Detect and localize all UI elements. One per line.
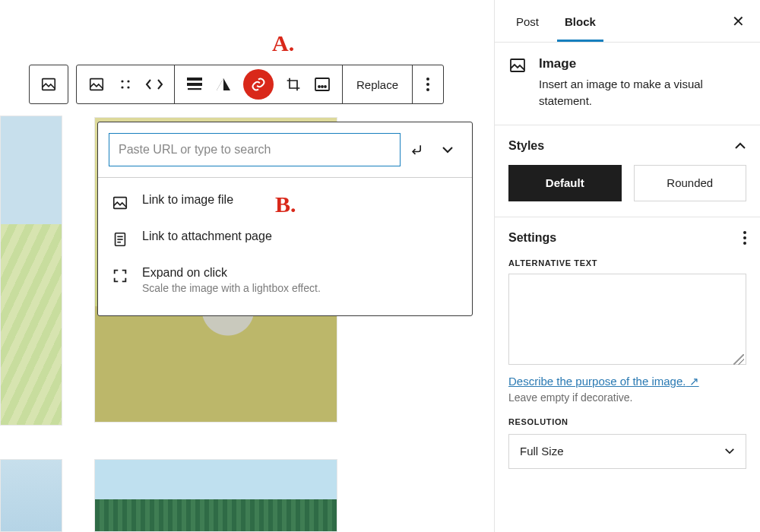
close-sidebar-button[interactable]: ✕ bbox=[732, 14, 745, 29]
link-option-expand[interactable]: Expand on click Scale the image with a l… bbox=[109, 257, 461, 303]
option-label: Expand on click bbox=[142, 266, 321, 280]
gallery-image[interactable] bbox=[0, 116, 62, 426]
styles-heading: Styles bbox=[508, 139, 544, 153]
settings-more-button[interactable] bbox=[743, 231, 746, 245]
replace-button[interactable]: Replace bbox=[343, 65, 413, 103]
caption-icon bbox=[315, 78, 330, 91]
duotone-icon bbox=[215, 77, 232, 92]
kebab-icon bbox=[743, 231, 746, 245]
svg-rect-1 bbox=[90, 79, 103, 90]
resolution-select[interactable]: Full Size bbox=[508, 434, 746, 469]
svg-point-4 bbox=[127, 80, 129, 82]
block-toolbar: Replace bbox=[29, 65, 444, 104]
crop-button[interactable] bbox=[284, 75, 302, 93]
crop-icon bbox=[286, 77, 301, 92]
link-options-toggle[interactable] bbox=[434, 136, 461, 163]
more-options-button[interactable] bbox=[413, 65, 443, 103]
svg-point-12 bbox=[325, 86, 326, 87]
svg-rect-6 bbox=[187, 78, 202, 81]
image-icon bbox=[112, 195, 130, 211]
chevron-down-icon bbox=[442, 146, 454, 154]
image-icon bbox=[40, 76, 57, 93]
duotone-button[interactable] bbox=[214, 75, 233, 93]
drag-handle[interactable] bbox=[116, 75, 135, 93]
block-description: Insert an image to make a visual stateme… bbox=[539, 76, 746, 109]
gallery-image[interactable] bbox=[94, 459, 337, 532]
chevron-down-icon bbox=[724, 448, 735, 454]
block-summary-panel: Image Insert an image to make a visual s… bbox=[495, 43, 760, 125]
alt-text-input[interactable] bbox=[508, 274, 746, 365]
chevron-up-icon bbox=[734, 142, 746, 150]
annotation-a: A. bbox=[272, 30, 294, 56]
drag-icon bbox=[119, 78, 131, 90]
kebab-icon bbox=[426, 78, 429, 91]
alt-text-hint: Leave empty if decorative. bbox=[508, 391, 746, 404]
svg-point-3 bbox=[121, 86, 123, 88]
tab-post[interactable]: Post bbox=[508, 2, 546, 41]
svg-point-15 bbox=[426, 88, 429, 91]
link-url-input[interactable] bbox=[109, 133, 401, 166]
link-option-attachment[interactable]: Link to attachment page bbox=[109, 220, 461, 257]
fullscreen-icon bbox=[112, 268, 130, 284]
svg-point-14 bbox=[426, 83, 429, 86]
svg-rect-16 bbox=[114, 198, 127, 209]
svg-rect-0 bbox=[43, 79, 55, 90]
option-sub: Scale the image with a lightbox effect. bbox=[142, 282, 321, 294]
option-label: Link to attachment page bbox=[142, 230, 272, 243]
submit-link-button[interactable] bbox=[404, 136, 431, 163]
insert-link-button[interactable] bbox=[243, 69, 274, 100]
settings-heading: Settings bbox=[508, 231, 556, 245]
svg-rect-8 bbox=[188, 88, 201, 90]
styles-panel: Styles Default Rounded bbox=[495, 125, 760, 217]
settings-panel: Settings ALTERNATIVE TEXT Describe the p… bbox=[495, 217, 760, 484]
tab-block[interactable]: Block bbox=[557, 2, 603, 41]
link-icon bbox=[250, 76, 267, 93]
style-default-button[interactable]: Default bbox=[508, 165, 622, 201]
sidebar-tabs: Post Block ✕ bbox=[495, 0, 760, 43]
block-type-button[interactable] bbox=[29, 65, 68, 104]
align-button[interactable] bbox=[185, 75, 204, 93]
svg-point-5 bbox=[127, 86, 129, 88]
image-icon bbox=[508, 56, 528, 109]
transform-button[interactable] bbox=[87, 75, 106, 93]
svg-rect-9 bbox=[315, 78, 329, 90]
svg-rect-7 bbox=[187, 83, 202, 86]
annotation-b: B. bbox=[275, 192, 296, 217]
resolution-value: Full Size bbox=[520, 445, 564, 458]
svg-point-13 bbox=[426, 78, 429, 81]
collapse-styles-button[interactable] bbox=[734, 142, 746, 150]
settings-sidebar: Post Block ✕ Image Insert an image to ma… bbox=[494, 0, 760, 532]
gallery-image[interactable] bbox=[0, 459, 62, 532]
svg-point-11 bbox=[321, 86, 323, 87]
alt-text-help-link[interactable]: Describe the purpose of the image. ↗ bbox=[508, 375, 699, 388]
link-popover: Link to image file Link to attachment pa… bbox=[97, 122, 473, 316]
caption-button[interactable] bbox=[313, 75, 331, 93]
block-title: Image bbox=[539, 56, 746, 71]
close-icon: ✕ bbox=[732, 13, 745, 30]
svg-rect-21 bbox=[511, 59, 524, 71]
svg-point-10 bbox=[318, 86, 320, 87]
align-icon bbox=[187, 78, 202, 91]
option-label: Link to image file bbox=[142, 193, 233, 207]
editor-canvas: A. bbox=[0, 0, 494, 532]
enter-icon bbox=[410, 142, 425, 157]
style-rounded-button[interactable]: Rounded bbox=[634, 165, 747, 201]
page-icon bbox=[112, 231, 130, 248]
alt-text-label: ALTERNATIVE TEXT bbox=[508, 258, 746, 268]
move-arrows[interactable] bbox=[145, 75, 163, 93]
image-icon bbox=[88, 76, 105, 93]
resolution-label: RESOLUTION bbox=[508, 417, 746, 426]
arrows-icon bbox=[144, 78, 164, 91]
svg-point-2 bbox=[121, 80, 123, 82]
